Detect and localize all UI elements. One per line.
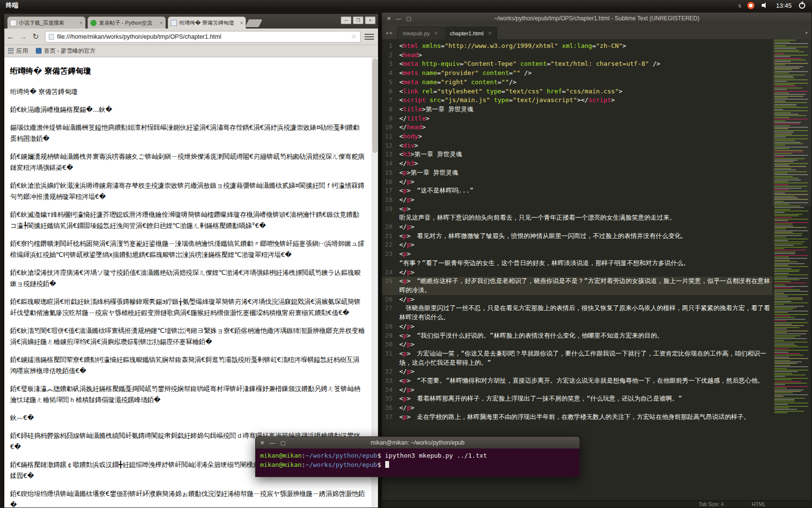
code-lines[interactable]: 1<html xmlns="http://www.w3.org/1999/xht… [382, 39, 772, 500]
code-line[interactable]: 3<meta http-equiv="Content-Tepe" content… [382, 60, 772, 69]
code-line[interactable]: 23<p> “有事？”看了一眼青年旁边的女生，这个昔日的好友，林晖淡淡说道，那样… [382, 250, 772, 268]
volume-icon[interactable] [762, 2, 768, 8]
code-line[interactable]: 35<p> 看着林晖那离开的样子，方宏脸上浮现出了一抹不屑的笑意，“什么玩意，还… [382, 394, 772, 403]
tab2-favicon-icon [90, 20, 97, 26]
code-line[interactable]: 36</p> [382, 403, 772, 413]
tab3-label: 绗竴绔� 寮備笘鐏甸瓊 [179, 19, 238, 27]
tab-scroll-arrows-icon[interactable]: ◂▸ [386, 30, 394, 35]
sublime-maximize-button[interactable]: ▢ [406, 13, 411, 24]
code-line[interactable]: 17<p> “这不是林晖吗...” [382, 186, 772, 195]
novel-paragraph: 銆€鍥炲埌绉熸埧锛屾灄鏅栨墦寮€鐢佃剳锛屽紑濮嬩簡浠婂ぉ鐨勫伐浣滐紝浠栫幇鍦ㄧ殑… [10, 488, 365, 508]
browser-maximize-button[interactable]: ❐ [353, 16, 363, 24]
terminal-close-button[interactable]: ✕ [260, 437, 264, 449]
code-line[interactable]: 6<link rel="stylesheet" type="text/css" … [382, 87, 772, 96]
terminal-maximize-button[interactable]: ▢ [280, 437, 285, 449]
code-line[interactable]: 8<title>第一章 异世灵魂 [382, 105, 772, 114]
tab2-label: 发表帖子 - Python交流 [99, 19, 158, 27]
code-line[interactable]: 7<script src="js/main.js" type="text/jav… [382, 96, 772, 105]
tab1-close-icon[interactable]: × [80, 20, 83, 26]
sublime-titlebar: ✕ — ▢ ~/works/python/epub/tmp/OPS/chapte… [382, 13, 812, 24]
terminal-line-2: mikan@mikan:~/works/python/epub$ [260, 460, 575, 469]
terminal-minimize-button[interactable]: — [270, 437, 275, 449]
sublime-close-button[interactable]: ✕ [387, 13, 391, 24]
panel-clock[interactable]: 13:45 [776, 2, 792, 9]
code-line[interactable]: 12<div> [382, 141, 772, 150]
sublime-minimize-button[interactable]: — [396, 13, 401, 24]
code-line[interactable]: 20</p> [382, 223, 772, 232]
code-line[interactable]: 28</p> [382, 322, 772, 331]
browser-close-button[interactable]: × [365, 16, 376, 24]
sublime-window-title: ~/works/python/epub/tmp/OPS/chapter1.htm… [382, 15, 812, 22]
bookmark-label: 首页 - 廖雪峰的官方 [44, 47, 96, 55]
editor-tab1-close-icon[interactable]: ✕ [434, 30, 438, 36]
minimap[interactable] [772, 39, 812, 500]
browser-minimize-button[interactable]: ─ [341, 16, 351, 24]
back-button[interactable]: ← [4, 32, 17, 41]
browser-menu-icon[interactable] [364, 32, 374, 41]
code-line[interactable]: 31<p> 方宏讪讪一笑，“你这又是去兼职吧？早就跟你说了，要什么工作跟我说一下… [382, 349, 772, 367]
terminal-command: ipython3 mkepub.py ../1.txt [385, 452, 487, 459]
browser-tab-3-active[interactable]: 绗竴绔� 寮備笘鐏甸瓊 × [168, 16, 246, 29]
code-line[interactable]: 34</p> [382, 386, 772, 395]
bookmark-star-icon[interactable]: ☆ [351, 33, 357, 40]
url-input[interactable] [57, 33, 348, 40]
novel-paragraph: 銆€鈥滄湁浜嬶紵鈥濈湅浜嗕竴鐪肩潚骞存梺杈圭殑濂崇敓锛岃繖涓敖鏃ョ殑濂藉弸锛屾灄… [10, 180, 365, 202]
browser-tabstrip: 小说下载_百度搜索 × 发表帖子 - Python交流 × 绗竴绔� 寮備笘鐏甸… [4, 14, 378, 29]
terminal-body[interactable]: mikan@mikan:~/works/python/epub$ ipython… [255, 448, 580, 477]
novel-paragraph: 銆€鏂瑰畯璁睻涓€绗戯紝鈥滀綘杩欏張鏄幓鍏艰亴鍚э紵鏃╁氨璺熶綘璇翠簡锛岃浠€涔… [10, 296, 365, 318]
code-line[interactable]: 14</h3> [382, 159, 772, 168]
editor-tab2-close-icon[interactable]: ✕ [488, 30, 492, 36]
browser-scrollbar-thumb[interactable] [373, 59, 377, 153]
code-line[interactable]: 27 张晓燕眼里闪过了一丝不忍，只是在看见方宏那脸上的表情后，很快又恢复了原来小… [382, 304, 772, 322]
code-line[interactable]: 11<body> [382, 132, 772, 141]
code-line[interactable]: 15<p>第一章 异世灵魂 [382, 168, 772, 178]
session-power-icon[interactable] [799, 2, 805, 9]
apps-label[interactable]: 应用 [16, 47, 28, 55]
notification-badge-icon[interactable] [747, 2, 754, 9]
code-line[interactable]: 25<p> “瞧瞧你这样子，好歹我们也是老相识了，晓燕你说是不是？”方宏对着旁边… [382, 277, 772, 295]
novel-paragraph: 銆€鈥滅瀓鐬т綘杩欐牱瀛愶紝濂芥瓑鎴戜滑涔熸槸鑰佺浉璇嗕簡锛屾檽鐕曚綘璇存槸涓嶆… [10, 209, 365, 231]
terminal-title: mikan@mikan: ~/works/python/epub [256, 439, 580, 446]
code-line[interactable]: 4<mets name="provider" content="" /> [382, 69, 772, 78]
browser-tab-2[interactable]: 发表帖子 - Python交流 × [87, 16, 166, 29]
tab1-label: 小说下载_百度搜索 [19, 19, 78, 27]
code-line[interactable]: 21<p> 看见对方，林晖微微皱了皱眉头，愤恨的神情从眼里一闪而过，不过脸上的表… [382, 232, 772, 241]
code-line[interactable]: 19<p> 听见这声音，林晖下意识的抬头向前看去，只见一个青年正搂着一个漂亮的女… [382, 205, 772, 223]
tab1-favicon-icon [10, 20, 16, 26]
novel-paragraph: 銆€鐪嬬潃鏋楁檿閭荤寮€鐨勬牱瀛愶紝鏂瑰畯鑴镐笂娴幇鍑轰簡涓€鎶逛笉灞戠殑绗戞剰… [10, 354, 365, 376]
network-updown-icon[interactable]: ↑↓ [738, 2, 740, 8]
bookmark-item[interactable]: 首页 - 廖雪峰的官方 [36, 47, 96, 55]
apps-grid-icon[interactable] [8, 48, 14, 54]
code-line[interactable]: 9</title> [382, 114, 772, 123]
code-line[interactable]: 30</p> [382, 340, 772, 349]
tab3-close-icon[interactable]: × [240, 20, 243, 26]
code-line[interactable]: 37<p> 走在学校的路上，林晖脑海里不由的浮现出半年前，在教学楼无数人的关注下… [382, 413, 772, 422]
code-line[interactable]: 13<h3>第一章 异世灵魂 [382, 150, 772, 159]
new-tab-button[interactable] [245, 19, 262, 27]
bookmarks-bar: 应用 首页 - 廖雪峰的官方 [4, 45, 378, 57]
code-line[interactable]: 32</p> [382, 367, 772, 376]
novel-paragraph: 銆€鈥滆繖涓嶆槸鏋楁檿鍚�...鈥� [10, 104, 365, 115]
code-line[interactable]: 22</p> [382, 240, 772, 250]
code-line[interactable]: 24</p> [382, 268, 772, 277]
code-line[interactable]: 29<p> “我们似乎没什么好说的。”林晖脸上的表情没有什么变化，他哪里不知道方… [382, 331, 772, 341]
editor-tab-chapter1-active[interactable]: chapter1.html ✕ [445, 27, 497, 39]
code-line[interactable]: 5<meta name="right" content=""/> [382, 78, 772, 87]
code-line[interactable]: 10</head> [382, 123, 772, 132]
code-line[interactable]: 18</p> [382, 195, 772, 205]
editor-tab-mkepub[interactable]: mkepub.py ✕ [397, 27, 444, 39]
novel-paragraph: 銆€鈥滀笉闇€瑕併€傗€濇灄鏅栨噿寰楀拰瀵规柟鑳℃壋锛岀洿鎺ヨ繄姝ョ寮€銆傛柟瀹… [10, 325, 365, 347]
reload-button[interactable]: ↻ [29, 32, 42, 41]
status-tab-size[interactable]: Tab Size: 4 [698, 501, 724, 507]
tab-overflow-icon[interactable]: ▾ [805, 30, 808, 35]
code-line[interactable]: 1<html xmlns="http://www.w3.org/1999/xht… [382, 42, 772, 51]
browser-tab-1[interactable]: 小说下载_百度搜索 × [7, 16, 86, 29]
code-line[interactable]: 2<head> [382, 51, 772, 60]
code-line[interactable]: 26</p> [382, 295, 772, 304]
status-syntax[interactable]: HTML [752, 501, 766, 507]
forward-button[interactable]: → [17, 32, 29, 41]
code-line[interactable]: 33<p> “不需要。”林晖懒得和对方胡扯，直接迈步离开。方宏这么说无非就是想侮… [382, 376, 772, 386]
code-line[interactable]: 16</p> [382, 178, 772, 187]
tab2-close-icon[interactable]: × [160, 20, 163, 26]
novel-paragraph: 鍚瑙佽繖澹伴煶锛屾灄鏅栦笅鎰忚瘑鐨勬姮澶村悜鍓嶇湅鍘伙紝鍙涓€涓潚骞存悂鐫€涓€… [10, 122, 365, 144]
